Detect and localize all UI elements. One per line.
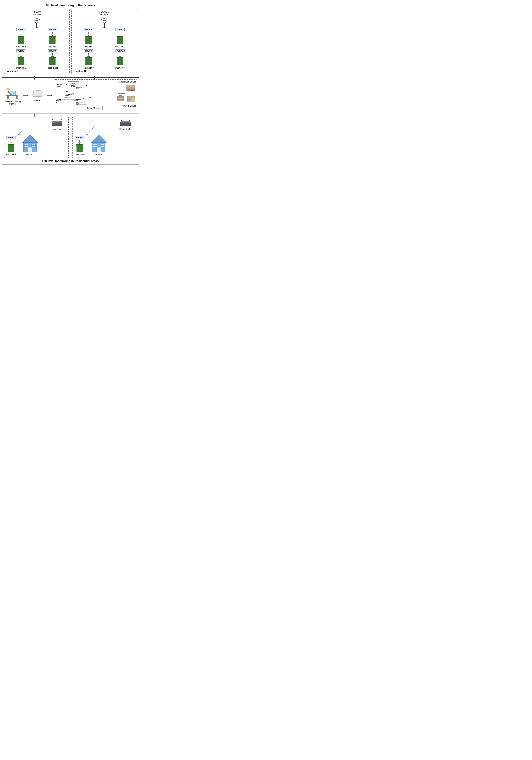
pblmu-tag: PBLMU [116, 28, 124, 31]
bin-N-2-label: Trash bin 2 [115, 46, 125, 48]
svg-rect-78 [128, 99, 132, 100]
svg-rect-15 [51, 34, 54, 35]
antenna-icon [119, 53, 121, 56]
pblmu-tag: PBLMU [48, 28, 57, 31]
home-1-bin-label: Trash bin 1 [6, 154, 16, 156]
svg-rect-110 [28, 147, 32, 152]
bin-1-1-label: Trash bin 1 [16, 46, 26, 48]
svg-rect-8 [20, 34, 22, 35]
public-locations: LoRaWANGateway [4, 9, 137, 74]
svg-line-123 [129, 119, 130, 121]
trash-bin-icon [7, 142, 16, 153]
antenna-icon [51, 53, 53, 56]
grpc-label: ←gRPC [129, 89, 136, 91]
house-N: Home N [90, 134, 107, 156]
antenna-icon [87, 53, 90, 56]
left-components: UDP gatewaybridge MQTTbroker [56, 81, 79, 100]
antenna-icon [20, 53, 22, 56]
app-server-icon-area [126, 83, 136, 93]
svg-rect-5 [19, 37, 23, 37]
pblmu-tag: PBLMU [84, 28, 93, 31]
house-N-icon [90, 134, 107, 153]
bin-1-2: PBLMU Trash bin 2 [37, 28, 68, 48]
home-1: Home Router HBLMU [4, 117, 69, 158]
arrow-right-icon [64, 83, 68, 86]
svg-rect-22 [20, 56, 22, 57]
svg-rect-64 [12, 94, 15, 95]
mqtt-label-2: MQTT [69, 93, 74, 95]
bin-1-N: PBLMU Trash bin N [37, 49, 68, 69]
svg-point-83 [118, 97, 123, 99]
antenna-icon [119, 32, 121, 34]
svg-rect-79 [128, 100, 131, 101]
bin-N-1: PBLMU Trash bin 1 [73, 28, 104, 48]
middle-content: Central MonitoringStation Internet [4, 79, 137, 111]
bin-N-3-label: Trash bin 3 [83, 67, 94, 69]
svg-marker-68 [51, 95, 52, 96]
svg-marker-108 [22, 135, 38, 143]
svg-rect-13 [49, 36, 56, 36]
router-1: Home Router [51, 119, 63, 130]
svg-point-95 [53, 122, 54, 123]
bin-1-3-label: Trash bin 3 [16, 67, 26, 69]
svg-rect-33 [85, 36, 92, 44]
svg-rect-62 [12, 96, 14, 96]
antenna-icon [20, 32, 22, 34]
svg-rect-107 [10, 143, 12, 143]
svg-point-63 [7, 88, 10, 91]
home-N-bin-area: HBLMU Trash bin N [74, 136, 85, 156]
svg-rect-127 [76, 144, 83, 152]
svg-point-72 [133, 85, 134, 86]
residential-content: Home Router HBLMU [4, 117, 137, 158]
app-server-label: Application Server [119, 81, 136, 83]
svg-rect-37 [87, 34, 90, 35]
mqtt-label-1: MQTT [76, 87, 82, 89]
svg-rect-39 [117, 36, 123, 44]
svg-rect-53 [117, 57, 123, 57]
gateway-N-label: LoRaWANGateway [99, 11, 109, 16]
svg-marker-85 [66, 84, 68, 85]
network-server-icon-area [126, 95, 136, 105]
server-network-box: Application Server Network Server [54, 79, 137, 111]
middle-section: Central MonitoringStation Internet [2, 77, 139, 114]
bin-1-3: PBLMU Trash bin 3 [6, 49, 36, 69]
database-icon [117, 95, 124, 102]
residential-section-title: Bin level monitoring in Residential area… [4, 159, 137, 163]
residential-section: Home Router HBLMU [2, 115, 139, 165]
arrow-to-internet [23, 94, 28, 97]
svg-rect-45 [85, 58, 92, 65]
svg-rect-30 [104, 23, 105, 27]
svg-rect-134 [97, 147, 101, 152]
monitoring-station-icon [5, 86, 20, 100]
database-area: Database [117, 93, 125, 103]
arrow-right-icon [23, 94, 28, 97]
mqtt-broker-box: MQTTbroker [56, 93, 79, 100]
svg-marker-66 [27, 95, 28, 96]
internet-cloud-icon [30, 89, 44, 99]
svg-point-96 [55, 122, 55, 123]
svg-rect-24 [49, 58, 56, 65]
trash-bin-icon [116, 56, 124, 66]
svg-point-82 [118, 99, 123, 101]
mqtt-label-4: ←MQTT [72, 99, 79, 101]
home-1-label: Home 1 [26, 154, 33, 156]
home-N: Home Router HBLMU [72, 117, 137, 158]
svg-rect-103 [8, 144, 14, 152]
database-label: Database [117, 93, 125, 95]
svg-rect-26 [51, 58, 54, 59]
router-N: Home Router [120, 119, 132, 130]
router-1-icon [51, 119, 63, 127]
location-1-bins: PBLMU Trash bin 1 [6, 28, 68, 69]
svg-rect-27 [49, 57, 56, 57]
svg-rect-58 [16, 96, 18, 99]
svg-rect-6 [18, 36, 24, 36]
svg-rect-131 [78, 143, 81, 143]
bin-N-N-label: Trash bin N [115, 67, 125, 69]
antenna-icon [87, 32, 90, 34]
antenna-icon [51, 32, 53, 34]
svg-point-120 [123, 122, 123, 123]
svg-marker-1 [35, 27, 38, 28]
router-1-label: Home Router [51, 128, 63, 130]
svg-rect-77 [128, 98, 130, 99]
svg-rect-10 [49, 36, 56, 44]
